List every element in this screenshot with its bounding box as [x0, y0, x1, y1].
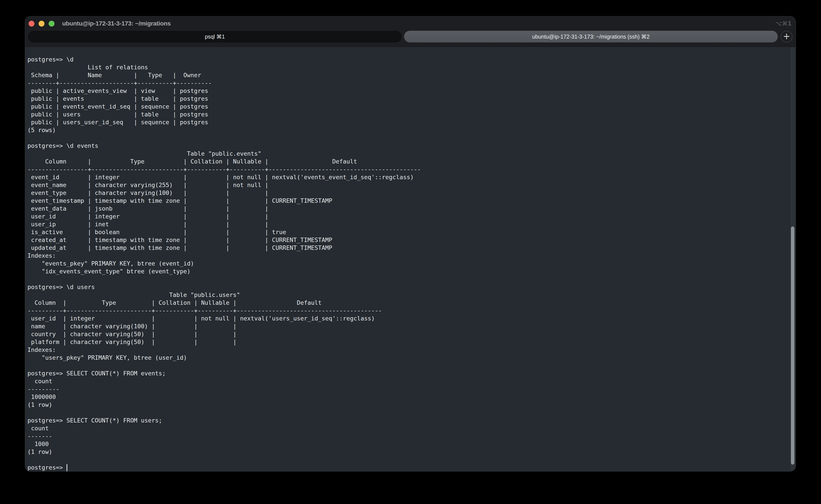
shell-prompt: postgres=> [27, 464, 66, 472]
new-tab-button[interactable]: + [781, 31, 792, 43]
minimize-button[interactable] [39, 21, 44, 27]
scrollbar-thumb[interactable] [791, 226, 794, 465]
close-button[interactable] [29, 21, 34, 27]
terminal-content-area[interactable]: postgres=> \d List of relations Schema |… [25, 46, 796, 472]
traffic-lights [25, 21, 55, 27]
fullscreen-button[interactable] [49, 21, 55, 27]
plus-icon: + [783, 32, 790, 41]
tab-bar: psql ⌘1 ubuntu@ip-172-31-3-173: ~/migrat… [25, 31, 796, 46]
prompt-line: postgres=> [25, 464, 796, 472]
keyboard-shortcut-hint: ⌥⌘1 [775, 20, 796, 27]
terminal-window: ubuntu@ip-172-31-3-173: ~/migrations ⌥⌘1… [25, 16, 796, 472]
tab-psql[interactable]: psql ⌘1 [28, 31, 402, 43]
tab-ssh-migrations-label: ubuntu@ip-172-31-3-173: ~/migrations (ss… [532, 34, 650, 40]
scrollbar-track[interactable] [790, 47, 795, 471]
tab-ssh-migrations[interactable]: ubuntu@ip-172-31-3-173: ~/migrations (ss… [404, 31, 778, 43]
titlebar[interactable]: ubuntu@ip-172-31-3-173: ~/migrations ⌥⌘1 [25, 16, 796, 31]
terminal-output: postgres=> \d List of relations Schema |… [25, 47, 796, 464]
tab-psql-label: psql ⌘1 [205, 34, 225, 40]
window-title: ubuntu@ip-172-31-3-173: ~/migrations [62, 20, 171, 27]
text-cursor[interactable] [66, 464, 67, 471]
